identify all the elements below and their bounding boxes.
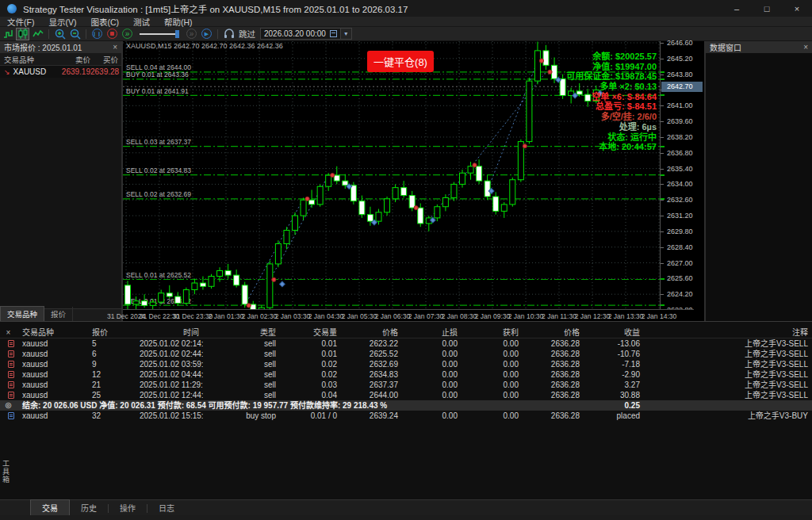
trade-table-row[interactable]: xauusd252025.01.02 12:44:...sell0.042644… [0, 390, 812, 400]
market-watch-close-icon[interactable]: × [113, 43, 117, 52]
cell-comment: 上帝之手V3-SELL [644, 338, 812, 349]
maximize-button[interactable]: □ [752, 0, 782, 17]
col-header-4[interactable]: 交易量 [280, 327, 341, 338]
cell-tp: 0.00 [462, 369, 523, 380]
position-doc-icon [0, 369, 21, 380]
mw-symbol: XAUUSD [13, 67, 47, 76]
trade-table-row[interactable]: xauusd122025.01.02 04:44:...sell0.022634… [0, 369, 812, 380]
candle-body [359, 201, 365, 215]
toolbox-tab-交易[interactable]: 交易 [30, 499, 70, 515]
bars-chart-button[interactable] [1, 28, 14, 40]
close-button[interactable]: × [782, 0, 812, 17]
toolbox-tab-历史[interactable]: 历史 [70, 500, 108, 515]
slider-thumb[interactable] [175, 30, 179, 38]
candle-body [510, 180, 515, 205]
zoom-in-button[interactable] [53, 28, 67, 40]
cell-time: 2025.01.02 04:44:... [140, 369, 203, 380]
price-tick-mark [661, 169, 664, 170]
data-window-close-icon[interactable]: × [803, 43, 808, 52]
col-header-3[interactable]: 类型 [203, 327, 280, 338]
stop-button[interactable] [105, 28, 119, 40]
pending-order-row[interactable]: xauusd322025.01.02 15:15:...buy stop0.01… [0, 411, 812, 421]
col-header-0[interactable]: 交易品种 [21, 327, 90, 338]
market-watch-tab-交易品种[interactable]: 交易品种 [0, 306, 44, 321]
cell-current-price: 2636.28 [523, 369, 584, 380]
position-line-label: BUY 0.01 at 2643.36 [126, 71, 189, 78]
app-icon [7, 4, 17, 13]
candle-body [301, 200, 306, 216]
menu-item-4[interactable]: 帮助(H) [157, 16, 200, 28]
minimize-button[interactable]: – [722, 0, 752, 17]
cell-type: sell [203, 349, 280, 359]
data-window-title: 数据窗口 [710, 41, 741, 53]
chart-area[interactable]: SELL 0.04 at 2644.00BUY 0.01 at 2643.36B… [123, 41, 660, 309]
line-chart-button[interactable] [31, 28, 44, 40]
col-header-7[interactable]: 获利 [462, 327, 523, 338]
col-header-9[interactable]: 收益 [584, 327, 644, 338]
col-header-6[interactable]: 止损 [402, 327, 462, 338]
col-header-2[interactable]: 时间 [140, 327, 203, 338]
sell-marker-icon [305, 197, 309, 201]
trade-table-row[interactable]: xauusd212025.01.02 11:29:...sell0.032637… [0, 380, 812, 390]
close-all-positions-button[interactable]: 一键平仓(8) [367, 51, 434, 72]
cell-profit: -13.06 [584, 338, 644, 349]
time-axis[interactable]: 31 Dec 202431 Dec 22:3031 Dec 23:302 Jan… [123, 309, 694, 321]
slider-track [140, 33, 179, 35]
pause-button[interactable]: ❙❙ [90, 28, 104, 40]
cell-current-price: 2636.28 [523, 390, 584, 400]
headset-button[interactable] [222, 28, 236, 40]
cell-symbol: xauusd [21, 380, 90, 390]
cell-time: 2025.01.02 15:15:... [140, 411, 203, 421]
price-tick-label: 2628.40 [667, 243, 693, 251]
menu-item-3[interactable]: 测试 [126, 16, 157, 28]
speed-slider[interactable] [140, 29, 179, 39]
trade-table-close-icon[interactable]: × [0, 327, 21, 338]
price-tick-label: 2639.60 [667, 117, 693, 125]
skip-to-end-button[interactable]: ▶ [200, 28, 213, 40]
zoom-out-icon [70, 29, 81, 40]
candle-body [326, 175, 331, 186]
market-watch-panel: 市场报价 : 2025.01.01 × 交易品种卖价买价 ↘XAUUSD2639… [0, 41, 123, 321]
toolbox-tab-操作[interactable]: 操作 [109, 500, 147, 515]
cell-symbol: xauusd [21, 338, 90, 349]
candlestick-chart-button[interactable] [16, 28, 29, 40]
zoom-out-button[interactable] [68, 28, 82, 40]
col-header-5[interactable]: 价格 [341, 327, 402, 338]
menu-item-1[interactable]: 显示(V) [41, 16, 83, 28]
position-doc-icon [0, 380, 21, 390]
time-tick-label: 2 Jan 09:30 [475, 312, 510, 320]
col-header-1[interactable]: 报价 [90, 327, 140, 338]
candle-body [234, 275, 239, 285]
price-axis[interactable]: 2646.602645.202643.802642.402641.002639.… [660, 41, 704, 321]
market-watch-tab-报价[interactable]: 报价 [44, 307, 73, 321]
skip-date-input[interactable]: 2026.03.20 00:00 [260, 28, 341, 40]
fast-forward-button[interactable]: » [121, 28, 134, 40]
trade-table-row[interactable]: xauusd92025.01.02 03:59:...sell0.022632.… [0, 359, 812, 369]
price-tick-label: 2638.20 [667, 133, 693, 141]
skip-disabled-button: » [185, 28, 198, 40]
toolbox-tab-日志[interactable]: 日志 [147, 500, 186, 515]
candle-body [275, 243, 281, 263]
date-dropdown-button[interactable]: ▾ [341, 28, 352, 40]
price-tick-mark [661, 216, 664, 216]
price-tick-label: 2629.80 [667, 228, 693, 235]
col-header-10[interactable]: 注释 [644, 327, 812, 338]
summary-icon: ◎ [0, 400, 21, 411]
menu-item-2[interactable]: 图表(C) [83, 16, 126, 28]
candle-body [451, 184, 457, 197]
cell-volume: 0.01 / 0 [280, 411, 341, 421]
col-header-8[interactable]: 价格 [523, 327, 584, 338]
menu-item-0[interactable]: 文件(F) [0, 16, 41, 28]
position-line-label: SELL 0.03 at 2637.37 [126, 138, 191, 146]
buy-doc-icon [8, 412, 14, 419]
cell-current-price: 2636.28 [523, 359, 584, 369]
summary-text: 结余: 20 026.06 USD 净值: 20 026.31 预付款: 68.… [21, 400, 584, 411]
cell-price: 2623.22 [341, 338, 402, 349]
trade-table-row[interactable]: xauusd62025.01.02 02:44:...sell0.012625.… [0, 349, 812, 359]
cell-price: 2634.83 [341, 369, 402, 380]
position-price-mark [661, 146, 665, 147]
market-watch-row[interactable]: ↘XAUUSD2639.192639.28 [0, 66, 121, 78]
candle-body [560, 78, 565, 95]
time-tick-label: 2 Jan 13:30 [608, 312, 643, 320]
trade-table-row[interactable]: xauusd52025.01.02 02:14:...sell0.012623.… [0, 338, 812, 349]
